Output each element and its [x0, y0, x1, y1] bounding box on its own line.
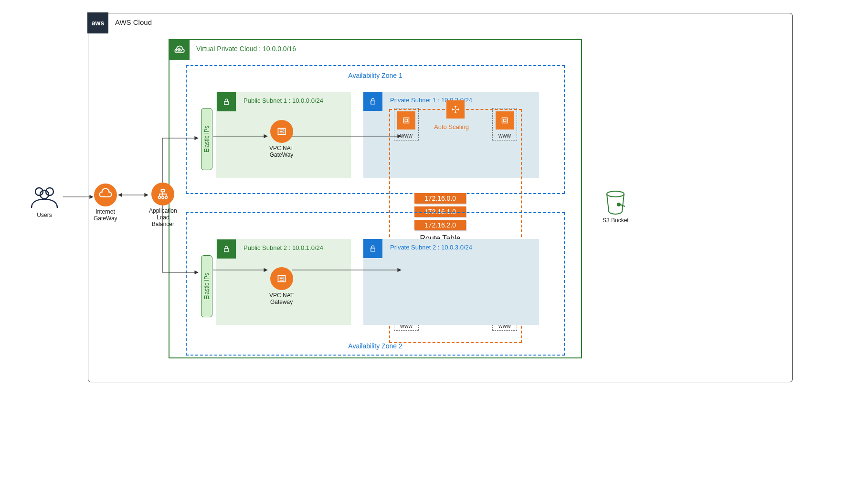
private-subnet-2-label: Private Subnet 2 : 10.0.3.0/24 — [390, 244, 472, 251]
svg-rect-12 — [224, 248, 228, 252]
public-subnet-1: Public Subnet 1 : 10.0.0.0/24 VPC NAT Ga… — [216, 92, 351, 178]
private-subnet-1: Private Subnet 1 : 10.0.2.0/24 Auto Scal… — [363, 92, 539, 178]
svg-point-21 — [165, 196, 168, 199]
svg-point-22 — [607, 191, 624, 197]
svg-rect-14 — [371, 248, 375, 251]
internet-gateway-icon — [94, 184, 117, 206]
svg-rect-7 — [503, 119, 506, 122]
private-subnet-2: Private Subnet 2 : 10.0.3.0/24 — [363, 239, 539, 325]
elastic-ips-az1: Elastic IPs — [201, 108, 212, 170]
svg-rect-1 — [224, 101, 228, 105]
users-label: Users — [37, 212, 52, 218]
lock-icon — [363, 239, 382, 258]
elastic-ips-label: Elastic IPs — [203, 273, 210, 300]
az1-label: Availability Zone 1 — [348, 72, 402, 79]
elastic-ips-label: Elastic IPs — [203, 126, 210, 152]
nat-gateway-2: VPC NAT Gateway — [269, 267, 294, 305]
svg-point-19 — [159, 196, 161, 199]
lock-icon — [217, 92, 236, 111]
igw-label: internet GateWay — [94, 208, 117, 222]
s3-bucket: S3 Bucket — [603, 190, 629, 224]
vpc-label: Virtual Private Cloud : 10.0.0.0/16 — [196, 45, 296, 53]
public-subnet-1-label: Public Subnet 1 : 10.0.0.0/24 — [243, 97, 323, 104]
s3-bucket-icon — [604, 190, 626, 215]
public-subnet-2: Public Subnet 2 : 10.0.1.0/24 VPC NAT Ga… — [216, 239, 351, 325]
lock-icon — [363, 92, 382, 111]
s3-label: S3 Bucket — [603, 217, 629, 224]
aws-logo-badge: aws — [87, 12, 108, 33]
nat-gateway-icon — [270, 120, 293, 143]
svg-rect-18 — [161, 190, 165, 192]
aws-cloud-label: AWS Cloud — [115, 18, 152, 26]
users-icon — [29, 184, 60, 210]
svg-point-20 — [162, 196, 164, 199]
svg-point-23 — [617, 203, 620, 206]
lock-icon — [217, 239, 236, 259]
instance-www-label: www — [400, 132, 413, 139]
nat-gateway-1: VPC NAT GateWay — [269, 120, 294, 158]
svg-rect-4 — [404, 118, 409, 123]
az2-label: Availability Zone 2 — [348, 342, 402, 350]
availability-zone-2: Availability Zone 2 Elastic IPs Public S… — [186, 212, 565, 356]
vpc-badge-icon — [169, 39, 190, 60]
alb-label: Application Load Balancer — [149, 207, 177, 227]
svg-rect-0 — [178, 50, 180, 52]
auto-scaling-icon — [446, 100, 465, 119]
vpc-container: Virtual Private Cloud : 10.0.0.0/16 Avai… — [169, 39, 582, 358]
svg-rect-5 — [405, 119, 408, 122]
alb-icon — [151, 183, 174, 205]
instance-www-label: www — [498, 132, 511, 139]
aws-logo-text: aws — [92, 19, 104, 27]
aws-cloud-container: aws AWS Cloud Virtual Private Cloud : 10… — [88, 13, 793, 382]
nat-gateway-icon — [270, 267, 293, 290]
elastic-ips-az2: Elastic IPs — [201, 255, 212, 317]
ec2-icon — [397, 111, 415, 130]
nat-label-1: VPC NAT GateWay — [269, 145, 294, 158]
svg-rect-3 — [371, 101, 375, 104]
public-subnet-2-label: Public Subnet 2 : 10.0.1.0/24 — [243, 244, 323, 251]
application-load-balancer: Application Load Balancer — [149, 183, 177, 227]
ec2-icon — [496, 111, 514, 130]
availability-zone-1: Availability Zone 1 Elastic IPs Public S… — [186, 65, 565, 194]
route-entry: 172.16.0.0 — [414, 193, 466, 204]
svg-rect-6 — [502, 118, 508, 123]
ec2-instance: www — [394, 108, 419, 140]
ec2-instance: www — [492, 108, 517, 140]
internet-gateway: internet GateWay — [94, 184, 117, 222]
asg-label: Auto Scaling — [434, 123, 469, 130]
users: Users — [29, 184, 60, 218]
nat-label-2: VPC NAT Gateway — [269, 292, 294, 305]
